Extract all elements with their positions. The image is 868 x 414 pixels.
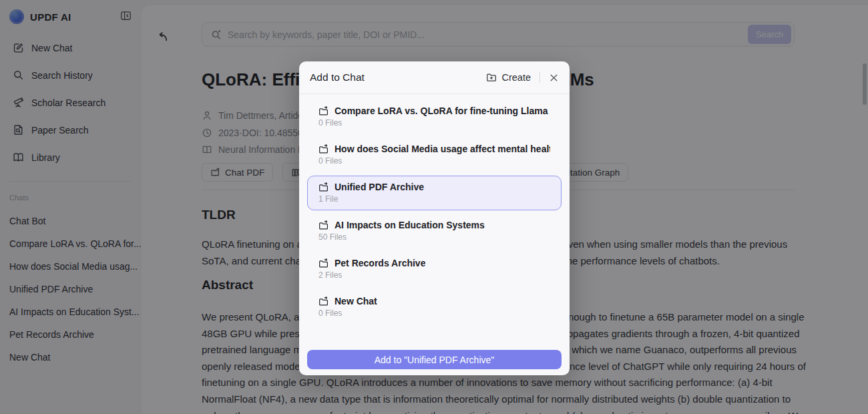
- modal-title: Add to Chat: [310, 71, 486, 83]
- modal-item-pet-records[interactable]: Pet Records Archive 2 Files: [307, 252, 562, 286]
- folder-arrow-icon: [318, 182, 329, 192]
- modal-item-new-chat[interactable]: New Chat 0 Files: [307, 290, 562, 325]
- header-divider: [539, 72, 540, 83]
- modal-item-name: Compare LoRA vs. QLoRA for fine-tuning L…: [335, 106, 550, 116]
- close-icon[interactable]: [549, 73, 559, 83]
- modal-item-name: How does Social Media usage affect menta…: [335, 144, 550, 154]
- modal-item-files: 1 File: [318, 194, 550, 204]
- folder-arrow-icon: [318, 296, 329, 306]
- modal-item-name: AI Impacts on Education Systems: [335, 220, 485, 230]
- folder-plus-icon: [486, 72, 497, 83]
- modal-item-unified-pdf-archive[interactable]: Unified PDF Archive 1 File: [307, 176, 562, 210]
- add-to-chat-modal: Add to Chat Create Compare LoRA vs. QLoR…: [299, 61, 570, 375]
- modal-item-files: 2 Files: [318, 270, 550, 280]
- modal-item-social-media[interactable]: How does Social Media usage affect menta…: [307, 138, 562, 172]
- folder-arrow-icon: [318, 106, 329, 116]
- modal-item-name: Pet Records Archive: [335, 258, 425, 268]
- modal-item-files: 0 Files: [318, 156, 550, 166]
- folder-arrow-icon: [318, 144, 329, 154]
- modal-header: Add to Chat Create: [299, 61, 570, 94]
- modal-item-files: 0 Files: [318, 308, 550, 318]
- modal-item-files: 50 Files: [318, 232, 550, 242]
- create-label: Create: [501, 72, 531, 83]
- modal-item-files: 0 Files: [318, 118, 550, 128]
- add-to-archive-button[interactable]: Add to "Unified PDF Archive": [307, 350, 562, 369]
- create-chat-button[interactable]: Create: [486, 72, 531, 83]
- modal-item-name: New Chat: [335, 296, 377, 306]
- modal-chat-list: Compare LoRA vs. QLoRA for fine-tuning L…: [299, 94, 570, 325]
- folder-arrow-icon: [318, 258, 329, 268]
- modal-item-compare-lora[interactable]: Compare LoRA vs. QLoRA for fine-tuning L…: [307, 99, 562, 134]
- modal-item-ai-impacts[interactable]: AI Impacts on Education Systems 50 Files: [307, 214, 562, 248]
- modal-item-name: Unified PDF Archive: [335, 182, 424, 192]
- folder-arrow-icon: [318, 220, 329, 230]
